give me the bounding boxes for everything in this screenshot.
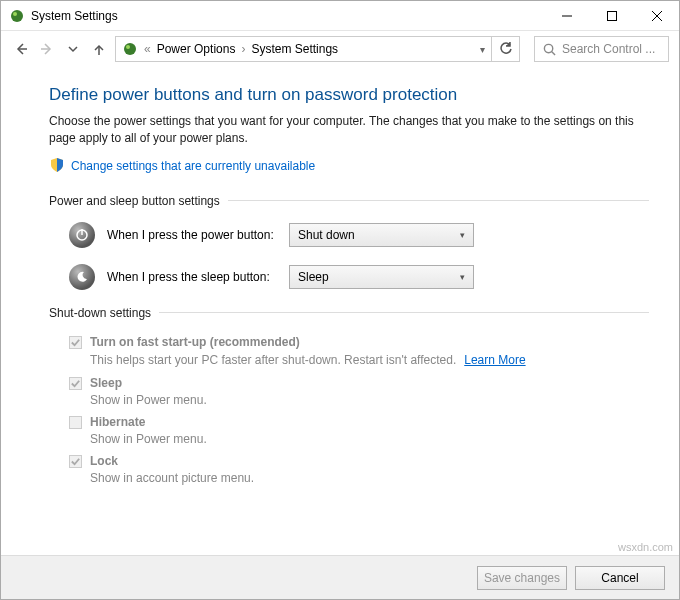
minimize-button[interactable] (544, 1, 589, 30)
svg-point-9 (124, 43, 136, 55)
svg-point-10 (126, 45, 130, 49)
search-placeholder: Search Control ... (562, 42, 655, 56)
app-icon (9, 8, 25, 24)
power-button-label: When I press the power button: (107, 228, 277, 242)
address-bar[interactable]: « Power Options › System Settings ▾ (115, 36, 492, 62)
power-icon (69, 222, 95, 248)
page-title: Define power buttons and turn on passwor… (49, 85, 649, 105)
up-button[interactable] (89, 39, 109, 59)
watermark: wsxdn.com (618, 541, 673, 553)
forward-button[interactable] (37, 39, 57, 59)
chevron-down-icon[interactable]: ▾ (480, 44, 485, 55)
chevron-down-icon: ▾ (460, 272, 465, 282)
svg-point-1 (13, 12, 17, 16)
power-button-dropdown[interactable]: Shut down ▾ (289, 223, 474, 247)
save-button[interactable]: Save changes (477, 566, 567, 590)
search-icon (543, 43, 556, 56)
checkbox-lock: Lock Show in account picture menu. (69, 453, 649, 488)
content-area: Define power buttons and turn on passwor… (1, 67, 679, 487)
breadcrumb-sep: « (144, 42, 151, 56)
sleep-button-label: When I press the sleep button: (107, 270, 277, 284)
svg-point-0 (11, 10, 23, 22)
section-header-power: Power and sleep button settings (49, 194, 220, 208)
checkbox-fast-startup: Turn on fast start-up (recommended) (69, 334, 649, 351)
nav-bar: « Power Options › System Settings ▾ Sear… (1, 31, 679, 67)
change-settings-link[interactable]: Change settings that are currently unava… (71, 159, 315, 173)
window-title: System Settings (31, 9, 118, 23)
back-button[interactable] (11, 39, 31, 59)
svg-rect-3 (607, 11, 616, 20)
close-button[interactable] (634, 1, 679, 30)
page-description: Choose the power settings that you want … (49, 113, 649, 147)
breadcrumb-sep: › (241, 42, 245, 56)
section-header-shutdown: Shut-down settings (49, 306, 151, 320)
sleep-icon (69, 264, 95, 290)
maximize-button[interactable] (589, 1, 634, 30)
svg-point-11 (544, 44, 552, 52)
checkbox-icon (69, 336, 82, 349)
checkbox-icon (69, 455, 82, 468)
chevron-down-icon: ▾ (460, 230, 465, 240)
sleep-button-dropdown[interactable]: Sleep ▾ (289, 265, 474, 289)
breadcrumb-item[interactable]: System Settings (251, 42, 338, 56)
svg-line-12 (552, 51, 555, 54)
checkbox-hibernate: Hibernate Show in Power menu. (69, 414, 649, 449)
breadcrumb-item[interactable]: Power Options (157, 42, 236, 56)
checkbox-icon (69, 416, 82, 429)
refresh-button[interactable] (492, 36, 520, 62)
title-bar: System Settings (1, 1, 679, 31)
cancel-button[interactable]: Cancel (575, 566, 665, 590)
footer-bar: Save changes Cancel (1, 555, 679, 599)
recent-dropdown[interactable] (63, 39, 83, 59)
checkbox-sleep: Sleep Show in Power menu. (69, 375, 649, 410)
search-input[interactable]: Search Control ... (534, 36, 669, 62)
checkbox-icon (69, 377, 82, 390)
address-icon (122, 41, 138, 57)
shield-icon (49, 157, 65, 176)
learn-more-link[interactable]: Learn More (464, 353, 525, 367)
